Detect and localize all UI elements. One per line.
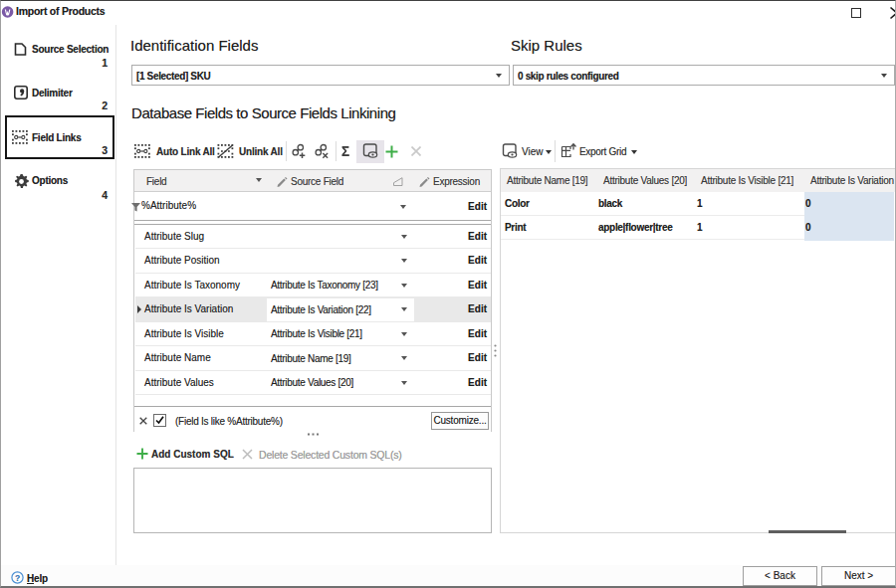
svg-text:?: ?	[15, 573, 20, 583]
